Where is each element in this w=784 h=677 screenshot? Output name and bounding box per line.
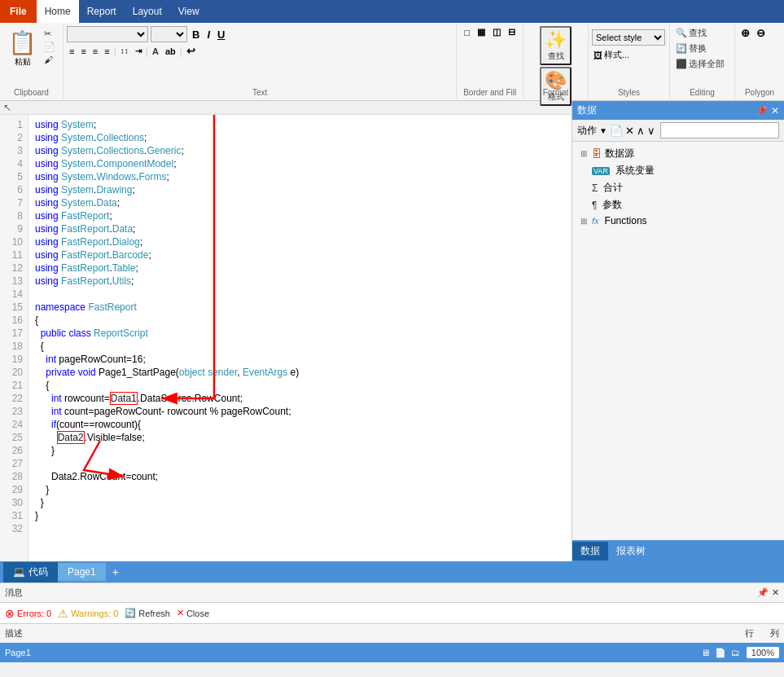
find-button[interactable]: 🔍 查找 [673,26,731,40]
tree-item-params[interactable]: ¶ 参数 [576,196,781,213]
undo-button[interactable]: ↩ [184,44,198,58]
status-icon2[interactable]: 📄 [715,648,726,658]
line-numbers: 1234567891011121314151617181920212223242… [0,115,28,561]
code-line-6: using System.Drawing; [35,183,565,196]
line-number-14: 14 [5,288,23,301]
messages-pin-button[interactable]: 📌 [757,587,769,598]
select-all-label: 选择全部 [689,58,725,70]
highlight-format-button[interactable]: ✨ 查找 [540,26,572,65]
tree-item-total[interactable]: Σ 合计 [576,179,781,196]
line-number-7: 7 [5,196,23,209]
align-center-button[interactable]: ≡ [78,46,88,57]
border-btn2[interactable]: ▦ [475,26,488,38]
status-icon1[interactable]: 🖥 [701,648,710,658]
replace-button[interactable]: 🔄 替换 [673,42,731,55]
align-row: ≡ ≡ ≡ ≡ | ↕↕ ⇥ | A ab | ↩ [67,44,453,58]
line-number-23: 23 [5,405,23,418]
format-label: Format [523,88,588,97]
line-number-20: 20 [5,366,23,379]
tree-item-datasource[interactable]: ⊞ 🗄 数据源 [576,145,781,162]
border-btn3[interactable]: ⊟ [506,26,518,38]
delete-icon[interactable]: ✕ [625,125,634,137]
tree-item-functions[interactable]: ⊞ fx Functions [576,213,781,228]
move-down-icon[interactable]: ∨ [647,125,655,137]
add-icon[interactable]: 📄 [610,125,623,137]
panel-search-input[interactable] [660,122,779,138]
pin-button[interactable]: 📌 [756,105,768,116]
indent-button[interactable]: ⇥ [133,46,144,56]
code-line-16: { [35,314,565,327]
data-tab[interactable]: 数据 [572,542,608,561]
paste-button[interactable]: 📋 粘贴 [5,28,40,69]
sysvar-icon: VAR [592,167,610,175]
tree-item-sysvar[interactable]: VAR 系统变量 [576,162,781,179]
italic-button[interactable]: I [204,28,212,42]
format-button[interactable]: 🎨 格式 [540,67,572,106]
close-panel-button[interactable]: ✕ [771,105,779,116]
right-panel: 数据 📌 ✕ 动作 ▼ 📄 ✕ ∧ ∨ ⊞ 🗄 数据源 VAR [572,101,784,561]
highlight-button[interactable]: ab [163,46,178,57]
style-btn[interactable]: 🖼 样式... [592,48,666,62]
align-left-button[interactable]: ≡ [67,46,77,57]
fill-btn[interactable]: ◫ [490,26,503,38]
line-number-26: 26 [5,444,23,457]
line-number-31: 31 [5,509,23,522]
code-content[interactable]: 1234567891011121314151617181920212223242… [0,115,572,561]
move-up-icon[interactable]: ∧ [637,125,645,137]
code-line-7: using System.Data; [35,196,565,209]
polygon-btn1[interactable]: ⊕ [738,26,752,40]
messages-close-button[interactable]: ✕ [772,587,779,598]
report-tree-tab[interactable]: 报表树 [608,542,654,561]
close-messages-button[interactable]: ✕ Close [177,608,209,618]
font-color-button[interactable]: A [150,46,161,57]
style-select[interactable]: Select style [592,29,665,46]
layout-menu[interactable]: Layout [125,0,170,23]
desc-left: 描述 [5,627,23,640]
code-lines[interactable]: using System;using System.Collections;us… [28,115,572,561]
refresh-button[interactable]: 🔄 Refresh [125,608,170,618]
code-line-3: using System.Collections.Generic; [35,144,565,157]
report-menu[interactable]: Report [79,0,125,23]
font-family-select[interactable] [67,26,148,42]
highlight-label: 查找 [548,51,564,62]
line-number-9: 9 [5,222,23,235]
align-right-button[interactable]: ≡ [90,46,100,57]
line-number-13: 13 [5,275,23,288]
cut-button[interactable]: ✂ [42,28,58,40]
code-line-4: using System.ComponentModel; [35,157,565,170]
status-left: Page1 [5,648,701,657]
justify-button[interactable]: ≡ [102,46,112,57]
messages-bar: 消息 📌 ✕ [0,582,784,602]
copy-button[interactable]: 📄 [42,41,58,53]
home-menu[interactable]: Home [37,0,79,23]
action-dropdown-icon[interactable]: ▼ [599,126,607,135]
errors-count: 0 [46,609,51,618]
code-tab-icon: 💻 [13,566,25,578]
code-line-20: private void Page1_StartPage(object send… [35,366,565,379]
select-all-icon: ⬛ [676,59,687,69]
tab-bar: 💻 代码 Page1 + [0,561,784,582]
tree-expander-sysvar [579,166,589,176]
code-tab[interactable]: 💻 代码 [3,562,58,582]
format-painter-button[interactable]: 🖌 [42,54,58,65]
border-fill-label: Border and Fill [457,88,523,97]
page1-tab[interactable]: Page1 [58,563,106,581]
underline-button[interactable]: U [215,28,227,42]
file-menu[interactable]: File [0,0,37,23]
format-content: ✨ 查找 🎨 格式 [540,26,572,117]
code-line-30: } [35,496,565,509]
polygon-btn2[interactable]: ⊖ [754,26,768,40]
font-size-select[interactable] [151,26,187,42]
select-all-button[interactable]: ⬛ 选择全部 [673,57,731,71]
copy-icon: 📄 [44,42,55,52]
code-editor: ↖ 12345678910111213141516171819202122232… [0,101,572,561]
line-number-27: 27 [5,457,23,470]
line-spacing-button[interactable]: ↕↕ [118,46,131,56]
status-icon3[interactable]: 🗂 [731,648,740,658]
add-tab-button[interactable]: + [106,562,125,582]
border-btn1[interactable]: □ [462,26,472,38]
editing-label: Editing [670,88,734,97]
bold-button[interactable]: B [190,28,202,42]
code-line-28: Data2.RowCount=count; [35,470,565,483]
view-menu[interactable]: View [170,0,208,23]
